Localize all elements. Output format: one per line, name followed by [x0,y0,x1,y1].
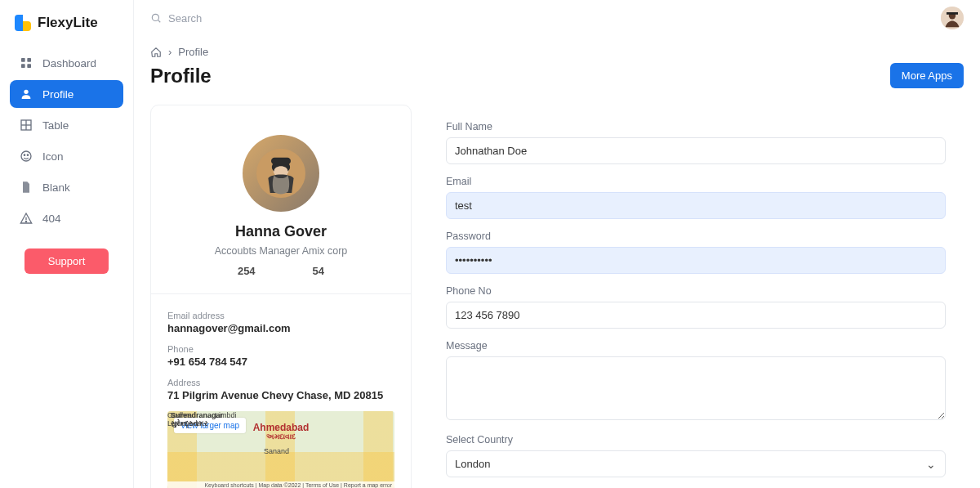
profile-form: Full Name Email Password Phone No Messag… [428,105,964,488]
phone-label: Phone [167,344,394,354]
chevron-right-icon: › [168,46,172,58]
search-icon [150,12,162,24]
emoji-icon [20,150,33,163]
more-apps-button[interactable]: More Apps [890,63,964,88]
breadcrumb: › Profile [150,46,964,58]
sidebar-item-label: Icon [42,150,64,163]
search-placeholder: Search [168,12,202,25]
sidebar-item-table[interactable]: Table [10,111,123,139]
warning-icon [20,212,33,225]
svg-rect-2 [21,64,25,68]
profile-stat-2: 54 [313,265,324,277]
svg-point-4 [24,90,28,94]
svg-rect-1 [27,58,31,62]
phone-no-label: Phone No [446,285,946,297]
svg-point-13 [152,14,158,20]
map-label-limbdi: Limbdi [215,411,394,481]
password-label: Password [446,231,946,242]
profile-role: Accoubts Manager Amix corp [215,245,348,257]
nav: Dashboard Profile Table Icon [0,46,133,239]
address-value: 71 Pilgrim Avenue Chevy Chase, MD 20815 [167,389,394,401]
svg-rect-3 [27,64,31,68]
profile-stat-1: 254 [238,265,256,277]
brand-name: FlexyLite [38,15,98,31]
profile-card: Hanna Gover Accoubts Manager Amix corp 2… [150,105,412,488]
search-input[interactable]: Search [150,12,202,25]
home-icon[interactable] [150,47,162,58]
sidebar-item-dashboard[interactable]: Dashboard [10,49,123,77]
svg-rect-20 [271,158,291,164]
support-button[interactable]: Support [24,248,109,274]
svg-line-14 [158,20,160,22]
sidebar-item-label: Table [42,119,69,132]
page-title: Profile [150,65,212,87]
country-select[interactable]: London [446,450,946,477]
full-name-label: Full Name [446,121,946,132]
sidebar-item-label: Blank [42,181,70,194]
address-label: Address [167,378,394,387]
email-input[interactable] [446,192,946,219]
profile-icon [20,87,33,101]
sidebar-item-label: 404 [42,213,61,225]
sidebar-item-profile[interactable]: Profile [10,80,123,108]
sidebar-item-blank[interactable]: Blank [10,173,123,201]
svg-point-8 [21,151,31,161]
table-icon [20,119,33,132]
user-avatar[interactable] [941,7,964,29]
svg-rect-17 [947,12,958,15]
svg-point-9 [24,154,24,155]
topbar: Search [134,0,980,36]
svg-point-10 [27,154,28,155]
email-label: Email address [167,311,394,320]
profile-avatar [243,135,319,212]
file-icon [20,181,33,194]
map[interactable]: View larger map Ahmedabad અમદાવાદ Surend… [167,411,394,488]
sidebar-item-icon[interactable]: Icon [10,142,123,170]
sidebar-item-404[interactable]: 404 [10,204,123,232]
full-name-input[interactable] [446,137,946,164]
brand[interactable]: FlexyLite [0,7,133,46]
sidebar: FlexyLite Dashboard Profile Table [0,0,134,488]
breadcrumb-current: Profile [178,46,208,58]
message-textarea[interactable] [446,356,946,420]
message-label: Message [446,340,946,351]
svg-rect-0 [21,58,25,62]
brand-logo-icon [15,15,31,31]
profile-name: Hanna Gover [235,223,327,240]
map-attribution: Keyboard shortcuts | Map data ©2022 | Te… [167,481,394,488]
sidebar-item-label: Profile [42,88,74,101]
dashboard-icon [20,56,33,69]
country-label: Select Country [446,434,946,445]
email-field-label: Email [446,176,946,187]
phone-no-input[interactable] [446,302,946,329]
email-value: hannagover@gmail.com [167,322,394,334]
phone-value: +91 654 784 547 [167,356,394,368]
main: Search › Profile Profile More Apps [134,0,980,488]
sidebar-item-label: Dashboard [42,57,96,69]
svg-point-12 [25,221,26,222]
password-input[interactable] [446,247,946,274]
